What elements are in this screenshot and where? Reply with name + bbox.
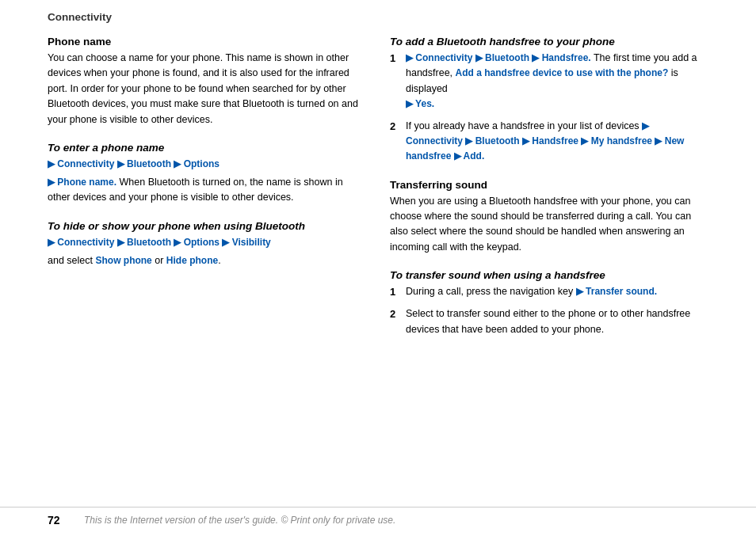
right-column: To add a Bluetooth handsfree to your pho… bbox=[390, 36, 708, 352]
list-num-1: 1 bbox=[390, 51, 399, 112]
section-hide-show-heading: To hide or show your phone when using Bl… bbox=[48, 220, 366, 232]
left-column: Phone name You can choose a name for you… bbox=[48, 36, 366, 352]
transfer-sound-item-1: 1 During a call, press the navigation ke… bbox=[390, 284, 708, 300]
hide-show-show: Show phone bbox=[95, 255, 151, 266]
transfer-sound-list: 1 During a call, press the navigation ke… bbox=[390, 284, 708, 337]
section-transfer-sound: To transfer sound when using a handsfree… bbox=[390, 269, 708, 337]
section-phone-name-heading: Phone name bbox=[48, 36, 366, 48]
transfer-list-num-2: 2 bbox=[390, 306, 399, 337]
enter-phone-nav2: ▶ Phone name. When Bluetooth is turned o… bbox=[48, 175, 366, 206]
page-header-title: Connectivity bbox=[48, 11, 112, 23]
transfer-sound-item-1-plain: During a call, press the navigation key bbox=[406, 286, 576, 297]
enter-phone-nav1-text: ▶ Connectivity ▶ Bluetooth ▶ Options bbox=[48, 158, 220, 169]
enter-phone-nav2-link: ▶ Phone name. bbox=[48, 177, 116, 188]
footer-disclaimer: This is the Internet version of the user… bbox=[84, 515, 395, 526]
add-handsfree-list: 1 ▶ Connectivity ▶ Bluetooth ▶ Handsfree… bbox=[390, 51, 708, 165]
add-handsfree-nav1: ▶ Connectivity ▶ Bluetooth ▶ Handsfree. bbox=[406, 52, 591, 63]
footer-page-number: 72 bbox=[48, 514, 71, 526]
hide-show-nav2: and select Show phone or Hide phone. bbox=[48, 253, 366, 268]
transfer-list-num-1: 1 bbox=[390, 284, 399, 300]
section-enter-phone-name-heading: To enter a phone name bbox=[48, 142, 366, 154]
section-phone-name-body: You can choose a name for your phone. Th… bbox=[48, 51, 366, 127]
section-transferring-sound-body: When you are using a Bluetooth handsfree… bbox=[390, 194, 708, 256]
section-add-handsfree-heading: To add a Bluetooth handsfree to your pho… bbox=[390, 36, 708, 48]
list-num-2: 2 bbox=[390, 119, 399, 165]
add-handsfree-item-2: 2 If you already have a handsfree in you… bbox=[390, 119, 708, 165]
hide-show-hide: Hide phone bbox=[166, 255, 218, 266]
add-handsfree-yes: ▶ Yes. bbox=[406, 98, 434, 109]
hide-show-nav1-text: ▶ Connectivity ▶ Bluetooth ▶ Options ▶ V… bbox=[48, 237, 271, 248]
enter-phone-nav1: ▶ Connectivity ▶ Bluetooth ▶ Options bbox=[48, 157, 366, 172]
page-footer: 72 This is the Internet version of the u… bbox=[0, 507, 756, 526]
add-handsfree-item-1-text: ▶ Connectivity ▶ Bluetooth ▶ Handsfree. … bbox=[406, 51, 708, 112]
add-handsfree-item-1: 1 ▶ Connectivity ▶ Bluetooth ▶ Handsfree… bbox=[390, 51, 708, 112]
transfer-sound-item-1-nav: ▶ Transfer sound. bbox=[576, 286, 657, 297]
page: Connectivity Phone name You can choose a… bbox=[0, 0, 756, 536]
add-handsfree-highlight: Add a handsfree device to use with the p… bbox=[456, 67, 669, 78]
transfer-sound-item-2-text: Select to transfer sound either to the p… bbox=[406, 306, 708, 337]
page-header: Connectivity bbox=[0, 0, 756, 28]
transfer-sound-item-2: 2 Select to transfer sound either to the… bbox=[390, 306, 708, 337]
hide-show-or: or bbox=[152, 255, 166, 266]
hide-show-nav1: ▶ Connectivity ▶ Bluetooth ▶ Options ▶ V… bbox=[48, 235, 366, 250]
hide-show-and-select: and select bbox=[48, 255, 95, 266]
section-phone-name: Phone name You can choose a name for you… bbox=[48, 36, 366, 127]
transfer-sound-item-1-text: During a call, press the navigation key … bbox=[406, 284, 657, 300]
section-transferring-sound-heading: Transferring sound bbox=[390, 179, 708, 191]
section-enter-phone-name: To enter a phone name ▶ Connectivity ▶ B… bbox=[48, 142, 366, 206]
section-hide-show: To hide or show your phone when using Bl… bbox=[48, 220, 366, 269]
main-content: Phone name You can choose a name for you… bbox=[0, 28, 756, 352]
add-handsfree-item-2-plain: If you already have a handsfree in your … bbox=[406, 120, 642, 131]
section-transfer-sound-heading: To transfer sound when using a handsfree bbox=[390, 269, 708, 281]
add-handsfree-item-2-text: If you already have a handsfree in your … bbox=[406, 119, 708, 165]
section-add-handsfree: To add a Bluetooth handsfree to your pho… bbox=[390, 36, 708, 165]
section-transferring-sound: Transferring sound When you are using a … bbox=[390, 179, 708, 256]
hide-show-period: . bbox=[218, 255, 220, 266]
